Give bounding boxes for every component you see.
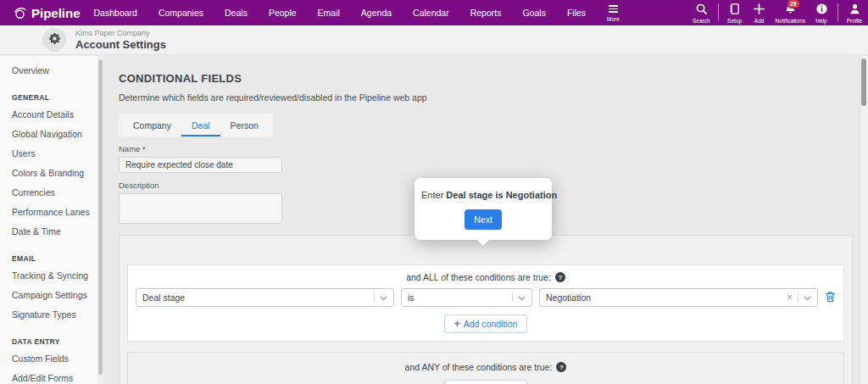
page-subtitle: Determine which fields are required/revi… bbox=[119, 92, 853, 103]
help-icon bbox=[815, 3, 828, 16]
popup-text-prefix: Enter bbox=[421, 190, 446, 200]
account-settings-header: Kims Paper Company Account Settings bbox=[0, 25, 868, 55]
pipeline-swirl-icon bbox=[13, 6, 27, 20]
name-input[interactable] bbox=[119, 157, 282, 173]
add-label: Add bbox=[754, 18, 765, 24]
sidebar-scrollbar-thumb[interactable] bbox=[98, 59, 103, 375]
select-divider bbox=[512, 292, 513, 303]
nav-agenda[interactable]: Agenda bbox=[361, 8, 392, 18]
all-conditions-text: and ALL of these conditions are true: bbox=[406, 272, 551, 282]
page-scrollbar[interactable] bbox=[860, 56, 868, 384]
nav-more[interactable]: More bbox=[607, 3, 620, 22]
condition-value-select[interactable]: Negotiation × bbox=[539, 288, 818, 307]
sidebar-item-overview[interactable]: Overview bbox=[7, 61, 92, 80]
any-conditions-card: and ANY of these conditions are true: ? … bbox=[127, 352, 844, 384]
add-condition-label: Add condition bbox=[464, 319, 518, 329]
tab-deal[interactable]: Deal bbox=[181, 114, 220, 136]
notifications-button[interactable]: 29 Notifications bbox=[776, 3, 805, 24]
nav-companies[interactable]: Companies bbox=[159, 8, 203, 18]
sidebar-item-currencies[interactable]: Currencies bbox=[7, 183, 92, 202]
help-icon[interactable]: ? bbox=[555, 272, 565, 282]
popup-instruction: Enter Deal stage is Negotiation bbox=[421, 190, 545, 200]
primary-nav: Dashboard Companies Deals People Email A… bbox=[94, 8, 587, 18]
sidebar-item-colors-branding[interactable]: Colors & Branding bbox=[7, 164, 92, 182]
sidebar-section-email: EMAIL bbox=[0, 242, 103, 266]
sidebar-item-date-time[interactable]: Date & Time bbox=[7, 222, 92, 241]
all-conditions-card: and ALL of these conditions are true: ? … bbox=[127, 264, 844, 342]
nav-dashboard[interactable]: Dashboard bbox=[94, 8, 137, 18]
nav-email[interactable]: Email bbox=[318, 8, 340, 18]
chevron-down-icon bbox=[380, 292, 387, 303]
sidebar-section-general: GENERAL bbox=[0, 81, 103, 105]
page-scrollbar-thumb[interactable] bbox=[861, 58, 866, 106]
pipeline-logo[interactable]: Pipeline bbox=[0, 6, 94, 20]
search-label: Search bbox=[693, 18, 710, 24]
setup-icon bbox=[728, 3, 741, 16]
any-conditions-text: and ANY of these conditions are true: bbox=[405, 362, 553, 372]
nav-reports[interactable]: Reports bbox=[470, 8, 502, 18]
condition-operator-value: is bbox=[408, 292, 415, 303]
sidebar-item-performance-lanes[interactable]: Performance Lanes bbox=[7, 203, 92, 221]
add-condition-all-button[interactable]: + Add condition bbox=[444, 314, 528, 333]
condition-field-select[interactable]: Deal stage bbox=[136, 288, 394, 307]
sidebar-scrollbar[interactable] bbox=[97, 56, 103, 384]
sidebar-item-add-edit-forms[interactable]: Add/Edit Forms bbox=[7, 369, 92, 384]
add-button[interactable]: Add bbox=[751, 3, 768, 24]
nav-goals[interactable]: Goals bbox=[522, 8, 545, 18]
search-icon bbox=[695, 3, 708, 16]
profile-button[interactable]: Profile bbox=[846, 3, 863, 24]
nav-deals[interactable]: Deals bbox=[225, 8, 248, 18]
notification-badge: 29 bbox=[787, 0, 800, 8]
trash-icon bbox=[825, 291, 836, 305]
setup-button[interactable]: Setup bbox=[726, 3, 743, 24]
utility-nav: Search Setup Add 29 Notifications Help P… bbox=[693, 3, 863, 24]
add-condition-any-button[interactable]: + Add condition bbox=[444, 380, 528, 384]
sidebar-item-users[interactable]: Users bbox=[7, 144, 92, 163]
condition-operator-select[interactable]: is bbox=[401, 288, 532, 307]
chevron-down-icon bbox=[518, 292, 526, 303]
popup-text-bold: Deal stage is Negotiation bbox=[446, 190, 557, 200]
nav-files[interactable]: Files bbox=[567, 8, 586, 18]
clear-value-icon[interactable]: × bbox=[787, 292, 793, 303]
company-name: Kims Paper Company bbox=[75, 29, 166, 38]
delete-condition-button[interactable] bbox=[825, 291, 836, 305]
condition-row: Deal stage is Negotiation × bbox=[136, 288, 836, 307]
settings-gear-badge bbox=[42, 28, 66, 52]
plus-icon: + bbox=[454, 320, 460, 328]
search-button[interactable]: Search bbox=[693, 3, 710, 24]
select-divider bbox=[374, 292, 375, 303]
condition-field-value: Deal stage bbox=[142, 292, 185, 303]
help-button[interactable]: Help bbox=[813, 3, 830, 24]
nav-more-label: More bbox=[607, 16, 620, 22]
sidebar-item-tracking-syncing[interactable]: Tracking & Syncing bbox=[7, 266, 92, 285]
brand-name: Pipeline bbox=[31, 6, 81, 20]
conditions-panel: and ALL of these conditions are true: ? … bbox=[119, 235, 853, 384]
name-label: Name * bbox=[119, 144, 853, 153]
description-input[interactable] bbox=[119, 193, 282, 224]
nav-divider bbox=[718, 3, 719, 21]
sidebar-item-campaign-settings[interactable]: Campaign Settings bbox=[7, 286, 92, 304]
sidebar-item-signature-types[interactable]: Signature Types bbox=[7, 305, 92, 324]
help-label: Help bbox=[815, 18, 826, 24]
profile-label: Profile bbox=[847, 18, 862, 24]
notifications-label: Notifications bbox=[776, 18, 805, 24]
nav-divider bbox=[837, 3, 838, 21]
tab-company[interactable]: Company bbox=[123, 114, 181, 136]
sidebar-item-global-navigation[interactable]: Global Navigation bbox=[7, 125, 92, 143]
next-button[interactable]: Next bbox=[465, 209, 502, 230]
chevron-down-icon bbox=[804, 292, 811, 303]
subheader-titles: Kims Paper Company Account Settings bbox=[75, 29, 166, 51]
top-navigation: Pipeline Dashboard Companies Deals Peopl… bbox=[0, 0, 868, 25]
sidebar-item-account-details[interactable]: Account Details bbox=[7, 105, 92, 124]
page-context-title: Account Settings bbox=[75, 38, 166, 51]
select-divider bbox=[798, 292, 798, 303]
sidebar-item-custom-fields[interactable]: Custom Fields bbox=[7, 349, 92, 368]
help-icon[interactable]: ? bbox=[556, 362, 566, 372]
nav-people[interactable]: People bbox=[269, 8, 297, 18]
gear-icon bbox=[48, 32, 61, 48]
add-icon bbox=[753, 3, 765, 16]
nav-calendar[interactable]: Calendar bbox=[413, 8, 449, 18]
tab-person[interactable]: Person bbox=[220, 114, 269, 136]
hamburger-icon bbox=[609, 3, 618, 14]
sidebar-section-data-entry: DATA ENTRY bbox=[0, 325, 103, 349]
